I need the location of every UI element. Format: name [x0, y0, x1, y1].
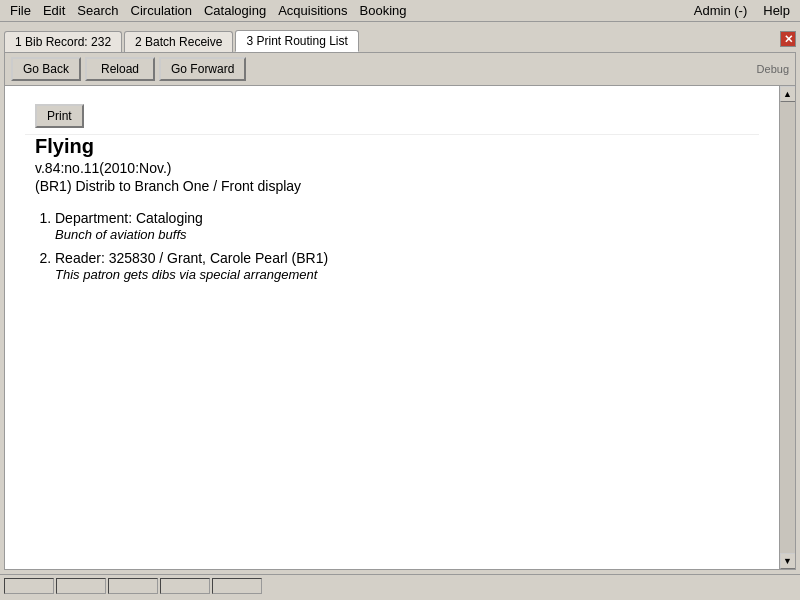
routing-item-type-1: Department: Cataloging: [55, 210, 203, 226]
admin-button[interactable]: Admin (-): [688, 1, 753, 20]
tab-batch-receive[interactable]: 2 Batch Receive: [124, 31, 233, 52]
tab-print-routing-list[interactable]: 3 Print Routing List: [235, 30, 358, 52]
status-panel-1: [4, 578, 54, 594]
scroll-track[interactable]: [780, 102, 795, 553]
routing-item-type-2: Reader: 325830 / Grant, Carole Pearl (BR…: [55, 250, 328, 266]
menu-booking[interactable]: Booking: [354, 1, 413, 20]
status-panel-2: [56, 578, 106, 594]
help-button[interactable]: Help: [757, 1, 796, 20]
print-button-area: Print: [25, 98, 759, 135]
tab-bib-record[interactable]: 1 Bib Record: 232: [4, 31, 122, 52]
menu-file[interactable]: File: [4, 1, 37, 20]
list-item: Department: Cataloging Bunch of aviation…: [55, 210, 749, 242]
scrollbar: ▲ ▼: [779, 86, 795, 569]
content-area: Print Flying v.84:no.11(2010:Nov.) (BR1)…: [5, 86, 795, 569]
menu-circulation[interactable]: Circulation: [125, 1, 198, 20]
main-window: Go Back Reload Go Forward Debug Print Fl…: [4, 52, 796, 570]
print-button[interactable]: Print: [35, 104, 84, 128]
reload-button[interactable]: Reload: [85, 57, 155, 81]
document-branch: (BR1) Distrib to Branch One / Front disp…: [35, 178, 749, 194]
menu-cataloging[interactable]: Cataloging: [198, 1, 272, 20]
menu-edit[interactable]: Edit: [37, 1, 71, 20]
status-panel-4: [160, 578, 210, 594]
document-volume: v.84:no.11(2010:Nov.): [35, 160, 749, 176]
routing-list: Department: Cataloging Bunch of aviation…: [55, 210, 749, 282]
go-forward-button[interactable]: Go Forward: [159, 57, 246, 81]
scroll-down-arrow[interactable]: ▼: [780, 553, 796, 569]
close-button[interactable]: ✕: [780, 31, 796, 47]
content-scroll[interactable]: Print Flying v.84:no.11(2010:Nov.) (BR1)…: [5, 86, 779, 569]
menu-search[interactable]: Search: [71, 1, 124, 20]
menu-bar: File Edit Search Circulation Cataloging …: [0, 0, 800, 22]
routing-item-note-2: This patron gets dibs via special arrang…: [55, 267, 749, 282]
debug-label: Debug: [757, 63, 789, 75]
document-title: Flying: [35, 135, 749, 158]
scroll-up-arrow[interactable]: ▲: [780, 86, 796, 102]
routing-item-note-1: Bunch of aviation buffs: [55, 227, 749, 242]
status-panel-3: [108, 578, 158, 594]
admin-area: Admin (-) Help: [688, 1, 796, 20]
status-bar: [0, 574, 800, 596]
document-content: Flying v.84:no.11(2010:Nov.) (BR1) Distr…: [25, 135, 759, 282]
status-panel-5: [212, 578, 262, 594]
list-item: Reader: 325830 / Grant, Carole Pearl (BR…: [55, 250, 749, 282]
tab-bar: 1 Bib Record: 232 2 Batch Receive 3 Prin…: [0, 22, 800, 52]
menu-acquisitions[interactable]: Acquisitions: [272, 1, 353, 20]
go-back-button[interactable]: Go Back: [11, 57, 81, 81]
toolbar: Go Back Reload Go Forward Debug: [5, 53, 795, 86]
